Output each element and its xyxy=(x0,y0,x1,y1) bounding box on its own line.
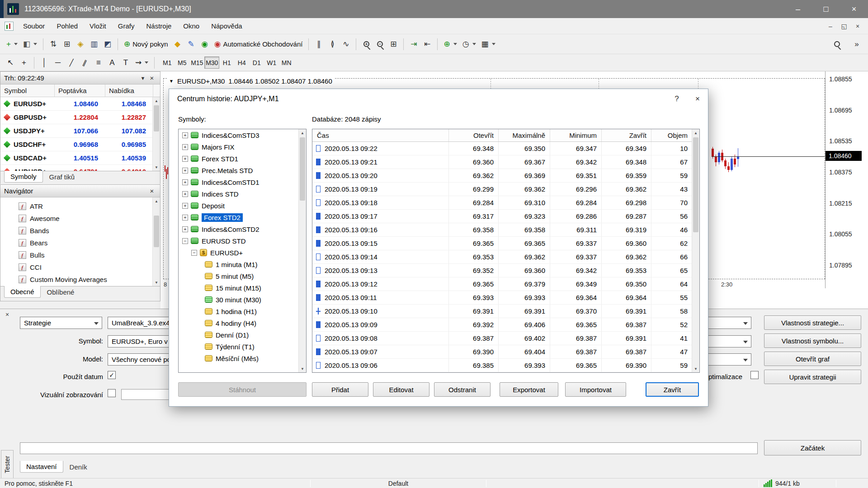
text-button[interactable]: A xyxy=(105,56,119,70)
tab-denik[interactable]: Deník xyxy=(63,461,94,473)
periods-button[interactable]: ◷ xyxy=(460,37,479,52)
menu-item-soubor[interactable]: Soubor xyxy=(17,19,51,33)
search-button[interactable] xyxy=(830,37,844,52)
market-watch-row-usdchf[interactable]: USDCHF+0.969680.96985 xyxy=(0,138,160,151)
navigator-item-bulls[interactable]: ƒBulls xyxy=(0,249,160,261)
navigator-item-custom-moving-averages[interactable]: ƒCustom Moving Averages xyxy=(0,273,160,286)
market-watch-row-audusd[interactable]: AUDUSD+0.647910.64810 xyxy=(0,165,160,171)
panel-menu-icon[interactable]: ▼ xyxy=(138,75,147,81)
navigator-item-cci[interactable]: ƒCCI xyxy=(0,261,160,273)
scroll-down-icon[interactable]: ▼ xyxy=(299,365,306,372)
market-watch-row-eurusd[interactable]: EURUSD+1.084601.08468 xyxy=(0,97,160,111)
data-window-button[interactable]: ⊞ xyxy=(60,37,74,52)
menu-item-vlozit[interactable]: Vložit xyxy=(84,19,112,33)
tab-obecne[interactable]: Obecné xyxy=(4,286,41,298)
dialog-titlebar[interactable]: Centrum historie: AUDJPY+,M1 ? × xyxy=(169,89,708,109)
timeframe-m15[interactable]: M15 xyxy=(189,56,204,69)
tree-item-mesicni-mes[interactable]: Měsíční (Měs) xyxy=(179,352,306,364)
navigator-item-atr[interactable]: ƒATR xyxy=(0,200,160,212)
auto-scroll-button[interactable]: ⇥ xyxy=(407,37,420,52)
shapes-button[interactable]: ⇝ xyxy=(132,56,151,70)
close-button[interactable]: × xyxy=(840,0,868,18)
market-watch-button[interactable]: ⇅ xyxy=(47,37,60,52)
zavrit-button[interactable]: Zavřít xyxy=(646,382,699,397)
tree-item-denni-d1[interactable]: Denní (D1) xyxy=(179,329,306,341)
chart-collapse-icon[interactable]: ▼ xyxy=(169,79,174,84)
chevron-down-icon[interactable] xyxy=(145,61,148,64)
tree-item-forex-std2[interactable]: +Forex STD2 xyxy=(179,211,306,223)
tab-symboly[interactable]: Symboly xyxy=(4,171,43,183)
timeframe-d1[interactable]: D1 xyxy=(249,56,264,69)
tree-item-prec-metals-std[interactable]: +Prec.Metals STD xyxy=(179,164,306,176)
navigator-item-awesome[interactable]: ƒAwesome xyxy=(0,212,160,225)
scrollbar[interactable]: ▲▼ xyxy=(152,197,160,286)
scrollbar[interactable]: ▲▼ xyxy=(152,97,160,171)
tree-item-15-minut-m15[interactable]: 15 minut (M15) xyxy=(179,282,306,294)
otevrit-graf-button[interactable]: Otevřít graf xyxy=(764,352,861,366)
trendline-button[interactable]: ╱ xyxy=(65,56,78,70)
start-button[interactable]: Začátek xyxy=(764,440,861,455)
market-watch-row-usdcad[interactable]: USDCAD+1.405151.40539 xyxy=(0,151,160,165)
timeframe-h1[interactable]: H1 xyxy=(219,56,234,69)
table-row[interactable]: 2020.05.13 09:0669.38569.39369.36569.390… xyxy=(312,359,699,372)
chart-shift-button[interactable]: ⇤ xyxy=(420,37,434,52)
chevron-down-icon[interactable] xyxy=(14,43,18,45)
expand-icon[interactable]: + xyxy=(182,156,188,162)
scrollbar-thumb[interactable] xyxy=(154,216,159,247)
scrollbar-thumb[interactable] xyxy=(154,105,159,131)
chart-candles-button[interactable]: ≬ xyxy=(326,37,339,52)
tree-item-forex-std1[interactable]: +Forex STD1 xyxy=(179,153,306,164)
vlastnosti-strategie-button[interactable]: Vlastnosti strategie... xyxy=(764,315,861,330)
scrollbar[interactable]: ▲▼ xyxy=(692,129,699,372)
market-watch-row-gbpusd[interactable]: GBPUSD+1.228041.22827 xyxy=(0,111,160,124)
tree-item-5-minut-m5[interactable]: 5 minut (M5) xyxy=(179,270,306,282)
expand-icon[interactable]: + xyxy=(182,168,188,174)
expand-icon[interactable]: + xyxy=(182,203,188,209)
sound-button[interactable]: ◉ xyxy=(198,37,212,52)
column-header-zavrit[interactable]: Zavřít xyxy=(602,129,651,141)
tree-item-eurusd-std[interactable]: −EURUSD STD xyxy=(179,235,306,247)
collapse-icon[interactable]: − xyxy=(191,250,197,256)
scroll-up-icon[interactable]: ▲ xyxy=(692,129,699,136)
visual-mode-checkbox[interactable] xyxy=(108,389,116,397)
expand-icon[interactable]: + xyxy=(182,226,188,232)
minimize-button[interactable]: – xyxy=(784,0,812,18)
navigator-header[interactable]: Navigátor × xyxy=(0,185,160,197)
tree-item-indices-comstd2[interactable]: +Indices&ComSTD2 xyxy=(179,223,306,235)
mdi-restore-button[interactable]: ◱ xyxy=(837,20,851,32)
crosshair-button[interactable]: + xyxy=(17,56,31,70)
table-row[interactable]: 2020.05.13 09:0969.39269.40669.36569.387… xyxy=(312,318,699,332)
market-watch-close-icon[interactable]: × xyxy=(147,74,156,82)
pridat-button[interactable]: Přidat xyxy=(312,382,368,397)
chevron-down-icon[interactable] xyxy=(492,43,495,45)
table-row[interactable]: 2020.05.13 09:1169.39369.39369.36469.364… xyxy=(312,291,699,305)
collapse-icon[interactable]: − xyxy=(182,238,188,244)
timeframe-w1[interactable]: W1 xyxy=(264,56,279,69)
zoom-in-button[interactable]: + xyxy=(359,37,373,52)
mdi-minimize-button[interactable]: – xyxy=(824,20,837,32)
table-row[interactable]: 2020.05.13 09:1469.35369.36269.33769.362… xyxy=(312,250,699,264)
tree-item-indices-comstd3[interactable]: +Indices&ComSTD3 xyxy=(179,129,306,141)
metaeditor-button[interactable]: ◆ xyxy=(171,37,184,52)
table-row[interactable]: 2020.05.13 09:0769.39069.40469.38769.387… xyxy=(312,345,699,359)
tester-close-icon[interactable]: × xyxy=(5,311,9,318)
scrollbar[interactable]: ▲▼ xyxy=(298,129,306,372)
table-row[interactable]: 2020.05.13 09:1369.35269.36069.34269.353… xyxy=(312,264,699,277)
table-row[interactable]: 2020.05.13 09:2269.34869.35069.34769.349… xyxy=(312,142,699,155)
indicators-button[interactable]: ⊕ xyxy=(441,37,459,52)
tile-windows-button[interactable]: ⊞ xyxy=(387,37,400,52)
tab-graf-tiku[interactable]: Graf tiků xyxy=(43,171,81,183)
chart-bars-button[interactable]: ∥ xyxy=(312,37,326,52)
table-row[interactable]: 2020.05.13 09:1869.28469.31069.28469.298… xyxy=(312,196,699,210)
autotrading-button[interactable]: ◉Automatické Obchodování xyxy=(212,37,306,52)
expand-icon[interactable]: + xyxy=(182,215,188,221)
chart-document-icon[interactable] xyxy=(5,22,14,31)
scroll-down-icon[interactable]: ▼ xyxy=(153,279,160,286)
menu-item-napoveda[interactable]: Nápověda xyxy=(205,19,248,33)
expand-icon[interactable]: + xyxy=(182,179,188,185)
navigator-button[interactable]: ◈ xyxy=(74,37,87,52)
table-row[interactable]: 2020.05.13 09:1569.36569.36569.33769.360… xyxy=(312,237,699,250)
menu-item-nastroje[interactable]: Nástroje xyxy=(140,19,177,33)
new-order-button[interactable]: ⊕Nový pokyn xyxy=(121,37,171,52)
tree-item-eurusd[interactable]: −$EURUSD+ xyxy=(179,247,306,258)
